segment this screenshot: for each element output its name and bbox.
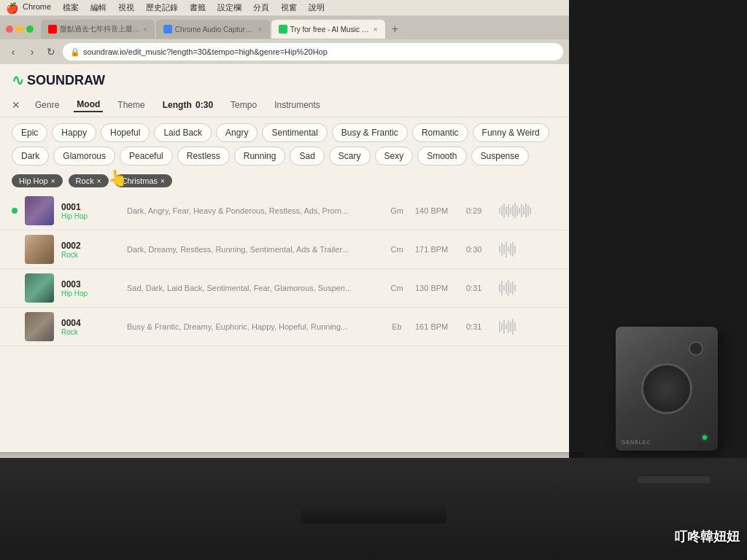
speaker: GENELEC bbox=[616, 327, 732, 472]
waveform-bar bbox=[506, 324, 507, 330]
menu-window[interactable]: 視窗 bbox=[281, 2, 297, 13]
filter-bar: ✕ Genre Mood Theme Length 0:30 Tempo Ins… bbox=[0, 93, 569, 117]
menu-file[interactable]: 檔案 bbox=[63, 2, 79, 13]
tab-close-tiktok[interactable]: × bbox=[143, 26, 147, 34]
url-bar[interactable]: 🔒 soundraw.io/edit_music?length=30&tempo… bbox=[63, 43, 563, 61]
menu-view[interactable]: 視視 bbox=[118, 2, 134, 13]
filter-tempo[interactable]: Tempo bbox=[228, 98, 260, 112]
room-table bbox=[0, 458, 747, 560]
active-filters: Hip Hop × Rock × Christmas × bbox=[0, 171, 569, 192]
track-waveform bbox=[499, 201, 557, 221]
filter-instruments[interactable]: Instruments bbox=[271, 98, 323, 112]
tab-soundraw-label: Try for free - AI Music Gener... bbox=[290, 26, 371, 34]
waveform-bar bbox=[501, 243, 503, 256]
remove-rock-btn[interactable]: × bbox=[97, 177, 101, 185]
mood-running[interactable]: Running bbox=[234, 147, 286, 166]
waveform-bar bbox=[514, 245, 516, 254]
mood-happy[interactable]: Happy bbox=[52, 123, 96, 142]
waveform-bar bbox=[510, 283, 511, 293]
mood-suspense[interactable]: Suspense bbox=[471, 147, 529, 166]
maximize-window-btn[interactable] bbox=[26, 26, 34, 33]
screen-projection: 🍎 Chrome 檔案 編輯 視視 歷史記錄 書籤 設定欄 分頁 視窗 說明 bbox=[0, 0, 569, 467]
new-tab-btn[interactable]: + bbox=[387, 20, 404, 38]
mood-sexy[interactable]: Sexy bbox=[375, 147, 414, 166]
refresh-btn[interactable]: ↻ bbox=[44, 44, 58, 59]
remove-hiphop-btn[interactable]: × bbox=[51, 177, 55, 185]
tab-audio-label: Chrome Audio Capture Optio... bbox=[175, 26, 255, 34]
track-waveform bbox=[499, 278, 557, 298]
mood-scary[interactable]: Scary bbox=[329, 147, 371, 166]
keyboard-hint bbox=[301, 502, 446, 524]
waveform-bar bbox=[506, 282, 507, 294]
track-tags: Sad, Dark, Laid Back, Sentimental, Fear,… bbox=[127, 284, 379, 292]
tab-close-soundraw[interactable]: × bbox=[374, 26, 378, 34]
menu-settings[interactable]: 設定欄 bbox=[217, 2, 241, 13]
waveform-bar bbox=[508, 320, 509, 333]
mood-funny-weird[interactable]: Funny & Weird bbox=[473, 123, 549, 142]
mood-angry[interactable]: Angry bbox=[216, 123, 258, 142]
tab-audio-capture[interactable]: Chrome Audio Capture Optio... × bbox=[156, 20, 270, 39]
menu-tab[interactable]: 分頁 bbox=[253, 2, 269, 13]
minimize-window-btn[interactable] bbox=[16, 26, 23, 33]
menu-chrome[interactable]: Chrome bbox=[23, 2, 51, 13]
browser-chrome: 盤點過去七年抖音上最紅的40... × Chrome Audio Capture… bbox=[0, 16, 569, 64]
close-window-btn[interactable] bbox=[6, 26, 13, 33]
track-thumbnail bbox=[25, 312, 54, 341]
remove-christmas-btn[interactable]: × bbox=[160, 177, 165, 185]
filter-length[interactable]: Length 0:30 bbox=[160, 98, 216, 112]
waveform-bar bbox=[503, 244, 505, 254]
menu-edit[interactable]: 編輯 bbox=[90, 2, 107, 13]
mood-smooth[interactable]: Smooth bbox=[417, 147, 466, 166]
menu-history[interactable]: 歷史記錄 bbox=[146, 2, 178, 13]
waveform-bar bbox=[525, 203, 527, 218]
mood-dark[interactable]: Dark bbox=[12, 147, 49, 166]
waveform-bar bbox=[514, 203, 516, 219]
filter-mood[interactable]: Mood bbox=[74, 98, 103, 112]
menu-help[interactable]: 說明 bbox=[309, 2, 325, 13]
filter-genre[interactable]: Genre bbox=[32, 98, 62, 112]
tab-close-audio[interactable]: × bbox=[258, 26, 263, 34]
waveform-bar bbox=[514, 322, 516, 331]
track-bpm: 161 BPM bbox=[415, 322, 459, 331]
track-key: Gm bbox=[386, 206, 408, 215]
track-row[interactable]: 0003 Hip Hop Sad, Dark, Laid Back, Senti… bbox=[0, 269, 569, 308]
mood-epic[interactable]: Epic bbox=[12, 123, 47, 142]
mood-restless[interactable]: Restless bbox=[177, 147, 230, 166]
track-list: 0001 Hip Hop Dark, Angry, Fear, Heavy & … bbox=[0, 192, 569, 467]
mood-hopeful[interactable]: Hopeful bbox=[101, 123, 150, 142]
track-waveform bbox=[499, 239, 557, 260]
mood-sentimental[interactable]: Sentimental bbox=[262, 123, 327, 142]
speaker-body: GENELEC bbox=[616, 327, 718, 451]
track-thumbnail bbox=[25, 273, 54, 303]
tab-favicon-chrome bbox=[163, 25, 172, 34]
mood-sad[interactable]: Sad bbox=[290, 147, 324, 166]
mood-laid-back[interactable]: Laid Back bbox=[154, 123, 212, 142]
forward-btn[interactable]: › bbox=[25, 44, 39, 59]
track-row[interactable]: 0001 Hip Hop Dark, Angry, Fear, Heavy & … bbox=[0, 192, 569, 230]
waveform-bar bbox=[508, 204, 509, 217]
waveform-bar bbox=[530, 207, 531, 214]
mood-glamorous[interactable]: Glamorous bbox=[53, 147, 115, 166]
back-btn[interactable]: ‹ bbox=[6, 44, 20, 59]
waveform-bar bbox=[501, 323, 503, 330]
menu-bookmarks[interactable]: 書籤 bbox=[190, 2, 206, 13]
waveform-bar bbox=[510, 207, 511, 214]
tab-tiktok[interactable]: 盤點過去七年抖音上最紅的40... × bbox=[41, 20, 155, 39]
tab-soundraw[interactable]: Try for free - AI Music Gener... × bbox=[271, 20, 385, 39]
mood-busy-frantic[interactable]: Busy & Frantic bbox=[332, 123, 408, 142]
soundraw-header: ∿ SOUNDRAW bbox=[0, 64, 569, 93]
filter-close-btn[interactable]: ✕ bbox=[12, 99, 20, 111]
track-key: Cm bbox=[386, 245, 408, 254]
address-bar-row: ‹ › ↻ 🔒 soundraw.io/edit_music?length=30… bbox=[0, 39, 569, 64]
track-number: 0001 bbox=[61, 202, 120, 212]
waveform-bar bbox=[510, 322, 511, 332]
mood-peaceful[interactable]: Peaceful bbox=[120, 147, 173, 166]
mood-tags-area: Epic Happy Hopeful Laid Back Angry Senti… bbox=[0, 117, 569, 171]
track-row[interactable]: 0002 Rock Dark, Dreamy, Restless, Runnin… bbox=[0, 230, 569, 269]
filter-theme[interactable]: Theme bbox=[115, 98, 147, 112]
track-key: Cm bbox=[386, 284, 408, 292]
track-row[interactable]: 0004 Rock Busy & Frantic, Dreamy, Euphor… bbox=[0, 308, 569, 346]
mood-romantic[interactable]: Romantic bbox=[412, 123, 468, 142]
track-duration: 0:30 bbox=[466, 245, 492, 254]
track-bpm: 130 BPM bbox=[415, 284, 459, 292]
